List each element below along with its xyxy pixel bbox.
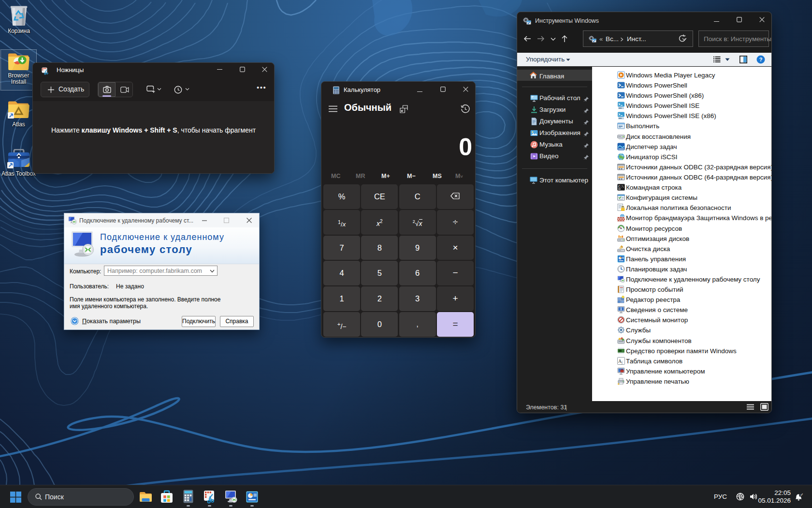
svg-text:C:\: C:\ xyxy=(618,185,624,189)
svg-text:j: j xyxy=(621,359,623,364)
svg-text:?: ? xyxy=(759,57,763,62)
